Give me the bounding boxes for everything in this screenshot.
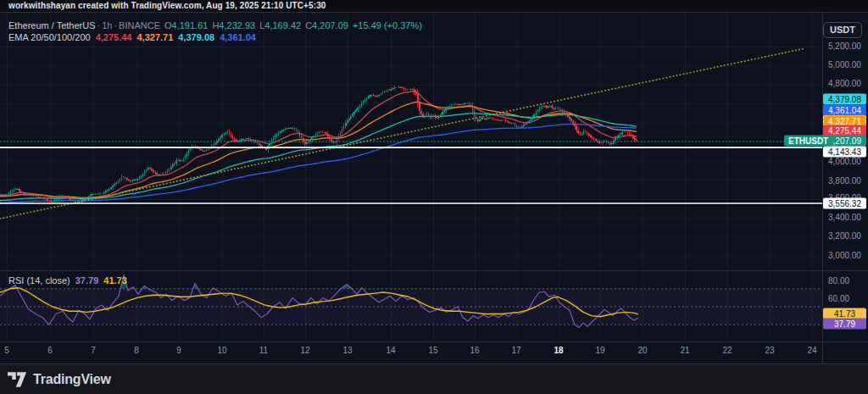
legend-separator: · xyxy=(112,20,119,31)
ema-values: 4,275.444,327.714,379.084,361.04 xyxy=(91,32,256,42)
symbol-title[interactable]: Ethereum / TetherUS xyxy=(8,20,96,31)
price-tick-label: 60.00 xyxy=(828,293,849,302)
watermark-text: workwithshayan created with TradingView.… xyxy=(8,1,326,10)
time-tick-label: 8 xyxy=(134,346,139,355)
time-tick-label: 22 xyxy=(722,346,732,355)
rsi-value: 37.79 xyxy=(75,275,99,286)
ohlc-key: C xyxy=(305,20,312,31)
time-tick-label: 15 xyxy=(428,346,437,355)
ohlc-key: O xyxy=(164,20,172,31)
price-tick-label: 3,000.00 xyxy=(828,250,861,259)
price-tick-label: 5,000.00 xyxy=(828,60,861,69)
price-tick-label: 80.00 xyxy=(828,275,849,285)
rsi-indicator-label[interactable]: RSI (14, close) xyxy=(8,275,70,286)
price-tick-label: 5,200.00 xyxy=(828,41,861,50)
time-tick-label: 10 xyxy=(217,346,226,355)
ohlc-value: 4,232.93 xyxy=(219,20,255,31)
currency-toggle-button[interactable]: USDT xyxy=(823,22,862,38)
price-tick-label: 3,400.00 xyxy=(828,212,861,221)
ema-value: 4,361.04 xyxy=(220,32,256,42)
price-tick-label: 3,800.00 xyxy=(828,175,861,185)
chart-canvas[interactable] xyxy=(0,0,868,394)
time-tick-label: 7 xyxy=(91,346,96,355)
time-tick-label: 20 xyxy=(637,346,647,355)
price-label-pill: 37.79 xyxy=(823,319,866,330)
bottom-toolbar: TradingView xyxy=(0,364,868,394)
ohlc-value: 4,207.09 xyxy=(312,20,348,31)
time-tick-label: 17 xyxy=(511,346,520,355)
time-tick-label: 9 xyxy=(176,346,181,355)
price-axis[interactable]: USDT 5,200.005,000.004,800.004,000.003,8… xyxy=(822,12,868,364)
tradingview-chart-window: workwithshayan created with TradingView.… xyxy=(0,0,868,394)
rsi-values: 37.7941.73 xyxy=(70,275,127,286)
ema-value: 4,327.71 xyxy=(136,32,173,42)
time-tick-label: 16 xyxy=(470,346,479,355)
time-tick-label: 13 xyxy=(342,346,352,355)
ema-value: 4,275.44 xyxy=(96,32,132,42)
ema-indicator-label[interactable]: EMA 20/50/100/200 xyxy=(8,32,91,42)
interval-label[interactable]: 1h xyxy=(102,20,112,31)
symbol-price-tag: ETHUSDT xyxy=(784,136,832,147)
exchange-label: BINANCE xyxy=(119,20,160,31)
price-label-pill: 4,275.44 xyxy=(823,125,866,136)
price-label-pill: 3,556.32 xyxy=(823,198,866,209)
rsi-legend-row: RSI (14, close)37.7941.73 xyxy=(8,275,127,286)
time-tick-label: 14 xyxy=(386,346,395,355)
ohlc-value: 4,169.42 xyxy=(264,20,301,31)
symbol-legend-row: Ethereum / TetherUS·1h·BINANCEO4,191.61H… xyxy=(8,20,422,31)
time-tick-label: 18 xyxy=(554,346,563,355)
time-tick-label: 19 xyxy=(595,346,604,355)
time-tick-label: 6 xyxy=(47,346,53,355)
tradingview-logo[interactable]: TradingView xyxy=(8,371,111,388)
time-tick-label: 23 xyxy=(765,346,774,355)
price-tick-label: 4,000.00 xyxy=(828,157,861,166)
ohlc-value: 4,191.61 xyxy=(172,20,209,31)
ohlc-values: O4,191.61H4,232.93L4,169.42C4,207.09 xyxy=(160,20,348,31)
time-tick-label: 11 xyxy=(259,346,268,355)
tradingview-logo-text: TradingView xyxy=(33,372,111,387)
time-axis[interactable]: 56789101112131415161718192021222324 xyxy=(0,341,822,364)
ema-value: 4,379.08 xyxy=(178,32,214,42)
rsi-value: 41.73 xyxy=(103,275,127,286)
ema-legend-row: EMA 20/50/100/2004,275.444,327.714,379.0… xyxy=(8,32,256,42)
time-tick-label: 5 xyxy=(4,346,9,355)
time-tick-label: 24 xyxy=(807,346,816,355)
tradingview-logo-icon xyxy=(8,371,27,388)
price-label-pill: 4,143.43 xyxy=(823,146,866,157)
time-tick-label: 21 xyxy=(680,346,689,355)
price-label-pill: 4,379.08 xyxy=(823,94,866,105)
price-tick-label: 4,800.00 xyxy=(828,79,861,88)
time-tick-label: 12 xyxy=(300,346,309,355)
change-value: +15.49 (+0.37%) xyxy=(353,20,422,31)
price-tick-label: 3,200.00 xyxy=(828,231,861,241)
